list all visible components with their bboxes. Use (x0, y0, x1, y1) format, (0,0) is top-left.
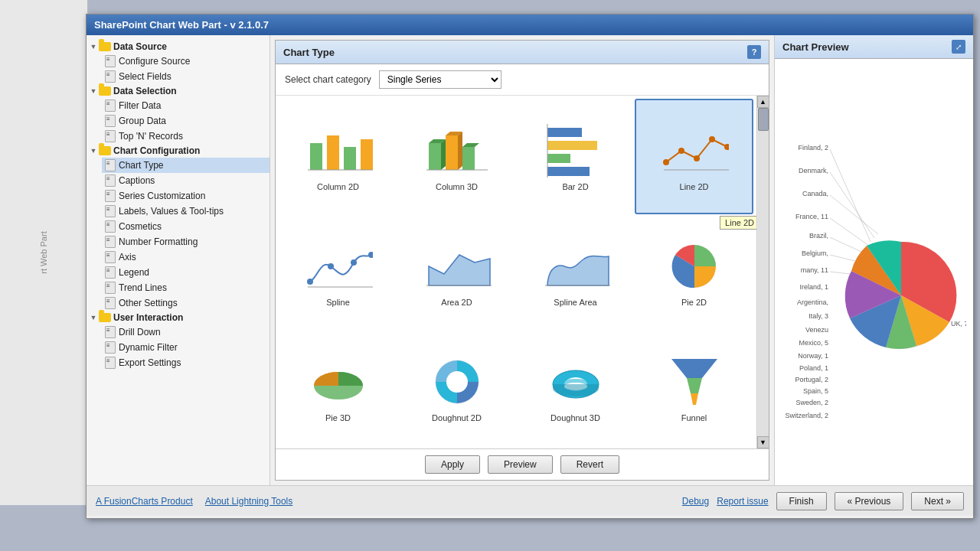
chart-cell-column-2d[interactable]: Column 2D (279, 99, 397, 214)
next-button[interactable]: Next » (911, 492, 964, 510)
preview-panel: Chart Preview ⤢ Finland, 2 Denmark, Cana… (774, 35, 973, 485)
apply-button[interactable]: Apply (425, 455, 480, 474)
sidebar-label-data-selection: Data Selection (113, 86, 177, 96)
preview-expand-btn[interactable]: ⤢ (952, 40, 965, 54)
sidebar-label-user-interaction: User Interaction (113, 312, 183, 323)
arrow-user-interaction: ▼ (90, 314, 97, 321)
grid-scrollbar[interactable]: ▲ ▼ (756, 96, 769, 448)
doc-icon-cosmetics (105, 220, 116, 233)
dialog-window: SharePoint Chart Web Part - v 2.1.0.7 ▼ … (86, 14, 974, 519)
footer-link-fusionchart[interactable]: A FusionCharts Product (96, 496, 193, 507)
chart-cell-spline[interactable]: Spline (279, 214, 397, 330)
sidebar-item-drill-down[interactable]: Drill Down (102, 324, 270, 340)
finish-button[interactable]: Finish (776, 492, 827, 510)
previous-button[interactable]: « Previous (835, 492, 904, 510)
chart-cell-bar-2d[interactable]: Bar 2D (516, 99, 635, 214)
svg-text:UK, 7: UK, 7 (951, 320, 966, 328)
sidebar-item-legend[interactable]: Legend (102, 265, 270, 280)
svg-rect-2 (344, 147, 356, 170)
sidebar-label-trend-lines: Trend Lines (119, 282, 167, 293)
svg-text:Poland, 1: Poland, 1 (799, 364, 828, 372)
scroll-up-btn[interactable]: ▲ (757, 96, 769, 108)
sidebar-item-chart-type[interactable]: Chart Type (102, 158, 270, 173)
sidebar-item-user-interaction[interactable]: ▼ User Interaction (87, 311, 270, 324)
scroll-thumb[interactable] (758, 108, 769, 131)
bottom-buttons: Apply Preview Revert (276, 448, 769, 480)
folder-icon-data-selection (99, 86, 111, 96)
right-panel: Chart Type ? Select chart category Singl… (270, 35, 973, 485)
footer-right: Debug Report issue Finish « Previous Nex… (682, 492, 964, 510)
chart-cell-doughnut-2d[interactable]: Doughnut 2D (397, 330, 516, 445)
svg-rect-15 (547, 141, 597, 150)
title-bar: SharePoint Chart Web Part - v 2.1.0.7 (87, 15, 973, 35)
svg-rect-11 (462, 147, 475, 170)
sidebar-label-configure-source: Configure Source (119, 56, 190, 67)
chart-icon-doughnut-3d (541, 355, 610, 409)
doc-icon-filter-data (105, 99, 116, 112)
category-select[interactable]: Single Series Multi Series Combination (379, 70, 501, 89)
doc-icon-captions (105, 174, 116, 187)
sidebar-label-dynamic-filter: Dynamic Filter (119, 342, 178, 353)
svg-point-28 (368, 252, 373, 258)
bg-label: rt Web Part (39, 231, 48, 273)
preview-chart: Finland, 2 Denmark, Canada, France, 11 B… (782, 89, 966, 456)
sidebar-item-filter-data[interactable]: Filter Data (102, 98, 270, 113)
arrow-data-source: ▼ (90, 43, 97, 51)
chart-cell-line-2d[interactable]: Line 2D Line 2D (635, 99, 753, 214)
chart-icon-spline (304, 240, 373, 293)
sidebar-item-other-settings[interactable]: Other Settings (102, 295, 270, 311)
sidebar-item-select-fields[interactable]: Select Fields (102, 69, 270, 84)
sidebar-item-configure-source[interactable]: Configure Source (102, 54, 270, 69)
scroll-down-btn[interactable]: ▼ (757, 436, 769, 448)
chart-cell-area-2d[interactable]: Area 2D (397, 214, 516, 330)
sidebar-item-trend-lines[interactable]: Trend Lines (102, 280, 270, 295)
revert-button[interactable]: Revert (560, 455, 619, 474)
doc-icon-legend (105, 266, 116, 279)
sidebar-label-series-customization: Series Customization (119, 191, 205, 201)
main-content: ▼ Data Source Configure Source Select Fi… (87, 35, 973, 485)
sidebar-item-number-formatting[interactable]: Number Formatting (102, 234, 270, 249)
chart-cell-funnel[interactable]: Funnel (635, 330, 753, 445)
sidebar-item-axis[interactable]: Axis (102, 249, 270, 265)
doc-icon-select-fields (105, 70, 116, 83)
help-button[interactable]: ? (747, 45, 761, 59)
sidebar-item-group-data[interactable]: Group Data (102, 113, 270, 129)
chart-cell-pie-3d[interactable]: Pie 3D (279, 330, 397, 445)
chart-cell-doughnut-3d[interactable]: Doughnut 3D (516, 330, 635, 445)
doc-icon-group-data (105, 115, 116, 127)
sidebar-item-captions[interactable]: Captions (102, 173, 270, 188)
chart-cell-pie-2d[interactable]: Pie 2D (635, 214, 753, 330)
svg-text:Norway, 1: Norway, 1 (798, 352, 828, 360)
doc-icon-dynamic-filter (105, 341, 116, 354)
svg-rect-5 (429, 143, 441, 170)
sidebar-item-data-selection[interactable]: ▼ Data Selection (87, 84, 270, 98)
sidebar-item-data-source[interactable]: ▼ Data Source (87, 40, 270, 54)
sidebar-item-series-customization[interactable]: Series Customization (102, 188, 270, 204)
svg-rect-16 (547, 154, 570, 163)
svg-rect-1 (327, 135, 339, 170)
chart-icon-column-2d (304, 124, 373, 178)
sidebar-item-top-n-records[interactable]: Top 'N' Records (102, 129, 270, 144)
preview-title: Chart Preview (782, 41, 849, 53)
sidebar-item-labels-values-tooltips[interactable]: Labels, Values & Tool-tips (102, 204, 270, 219)
footer-report-link[interactable]: Report issue (717, 496, 768, 507)
footer-debug-link[interactable]: Debug (682, 496, 709, 507)
doc-icon-number-formatting (105, 236, 116, 248)
svg-point-23 (724, 144, 729, 150)
svg-rect-0 (310, 143, 322, 170)
chart-cell-spline-area[interactable]: Spline Area (516, 214, 635, 330)
sidebar-item-export-settings[interactable]: Export Settings (102, 355, 270, 370)
chart-cell-column-3d[interactable]: Column 3D (397, 99, 516, 214)
sidebar-label-filter-data: Filter Data (119, 100, 161, 111)
preview-button[interactable]: Preview (488, 455, 553, 474)
sidebar-item-dynamic-filter[interactable]: Dynamic Filter (102, 340, 270, 355)
doc-icon-other-settings (105, 297, 116, 309)
sidebar-item-cosmetics[interactable]: Cosmetics (102, 219, 270, 234)
user-interaction-children: Drill Down Dynamic Filter Export Setting… (87, 324, 270, 370)
sidebar-item-chart-configuration[interactable]: ▼ Chart Configuration (87, 144, 270, 158)
svg-text:Argentina,: Argentina, (796, 298, 828, 306)
footer-link-lightning[interactable]: About Lightning Tools (205, 496, 293, 507)
sidebar-label-drill-down: Drill Down (119, 327, 161, 337)
svg-marker-12 (462, 143, 479, 147)
svg-line-65 (830, 172, 874, 238)
